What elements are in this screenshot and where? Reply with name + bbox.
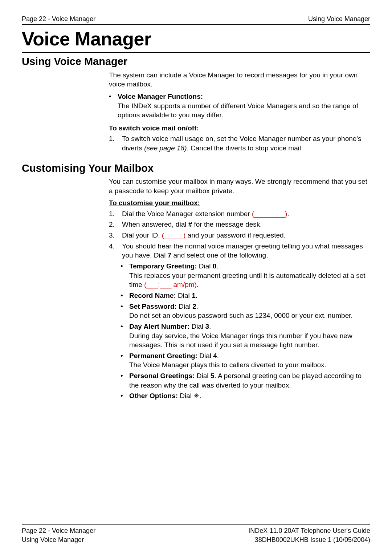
switch-heading: To switch voice mail on/off: xyxy=(109,123,370,133)
option-day-alert: • Day Alert Number: Dial 3. During day s… xyxy=(121,322,370,350)
t2a: When answered, dial xyxy=(122,220,188,228)
opt-dial: Dial xyxy=(195,372,211,380)
section-heading-using: Using Voice Manager xyxy=(22,54,370,69)
document-page: Page 22 - Voice Manager Using Voice Mana… xyxy=(0,0,392,555)
t1c: . xyxy=(287,210,289,218)
opt-dial: Dial xyxy=(197,262,213,270)
custom-step-4: 4. You should hear the normal voice mana… xyxy=(109,242,370,402)
opt-label: Temporary Greeting: xyxy=(129,262,197,270)
footer-left: Page 22 - Voice Manager Using Voice Mana… xyxy=(22,526,95,544)
t1a: Dial the Voice Manager extension number xyxy=(122,210,252,218)
opt-dial: Dial xyxy=(176,292,192,299)
opt-num: 4 xyxy=(213,352,217,360)
footer-right-1: INDeX 11.0 20AT Telephone User's Guide xyxy=(248,526,370,535)
page-header: Page 22 - Voice Manager Using Voice Mana… xyxy=(22,15,370,25)
t2b: # xyxy=(188,220,192,228)
functions-label: Voice Manager Functions: xyxy=(118,93,203,100)
switch-list: 1. To switch voice mail usage on, set th… xyxy=(109,134,370,153)
step-text: When answered, dial # for the message de… xyxy=(122,220,370,229)
step-number: 3. xyxy=(109,231,122,240)
header-left: Page 22 - Voice Manager xyxy=(22,15,95,23)
bullet-icon: • xyxy=(121,371,129,390)
title-rule xyxy=(22,52,370,53)
opt-period: . xyxy=(196,292,197,299)
opt-text: Do not set an obvious password such as 1… xyxy=(129,312,353,319)
option-other: • Other Options: Dial ✳. xyxy=(121,391,370,401)
opt-label: Record Name: xyxy=(129,292,176,299)
footer-rule xyxy=(22,524,370,525)
section-heading-customising: Customising Your Mailbox xyxy=(22,161,370,175)
bullet-icon: • xyxy=(121,351,129,370)
switch-step-1: 1. To switch voice mail usage on, set th… xyxy=(109,134,370,153)
bullet-icon: • xyxy=(109,92,118,120)
intro-paragraph: The system can include a Voice Manager t… xyxy=(109,70,370,89)
opt-dial: Dial xyxy=(197,352,213,360)
opt-text: The Voice Manager plays this to callers … xyxy=(129,361,326,369)
opt-period: . xyxy=(196,303,198,310)
t3c: and your password if requested. xyxy=(185,231,286,239)
option-set-password: • Set Password: Dial 2. Do not set an ob… xyxy=(121,302,370,320)
opt-period: . xyxy=(216,262,218,270)
section-body-using: The system can include a Voice Manager t… xyxy=(109,70,370,153)
opt-period: . xyxy=(217,352,219,360)
custom-step-3: 3. Dial your ID. (_____) and your passwo… xyxy=(109,231,370,240)
step-number: 1. xyxy=(109,134,122,153)
bullet-icon: • xyxy=(121,302,129,320)
option-permanent-greeting: • Permanent Greeting: Dial 4. The Voice … xyxy=(121,351,370,370)
step-number: 2. xyxy=(109,220,122,229)
header-right: Using Voice Manager xyxy=(308,15,370,23)
functions-content: Voice Manager Functions: The INDeX suppo… xyxy=(118,92,370,120)
opt-num: ✳ xyxy=(193,392,199,400)
step-text: Dial the Voice Manager extension number … xyxy=(122,209,370,219)
opt-dial: Dial xyxy=(178,392,193,400)
opt-text-c: . xyxy=(197,281,199,288)
footer-left-2: Using Voice Manager xyxy=(22,535,95,544)
bullet-icon: • xyxy=(121,291,129,300)
footer-right-2: 38DHB0002UKHB Issue 1 (10/05/2004) xyxy=(248,535,370,544)
step-text: To switch voice mail usage on, set the V… xyxy=(122,134,370,153)
footer-row: Page 22 - Voice Manager Using Voice Mana… xyxy=(22,526,370,544)
t4b: 7 xyxy=(168,251,172,259)
functions-bullet: • Voice Manager Functions: The INDeX sup… xyxy=(109,92,370,120)
option-temporary-greeting: • Temporary Greeting: Dial 0. This repla… xyxy=(121,262,370,289)
text-post: . Cancel the diverts to stop voice mail. xyxy=(187,144,303,152)
opt-text-b: (___:___ am/pm) xyxy=(144,281,197,288)
custom-step-1: 1. Dial the Voice Manager extension numb… xyxy=(109,209,370,219)
opt-num: 1 xyxy=(192,292,196,299)
option-personal-greetings: • Personal Greetings: Dial 5. A personal… xyxy=(121,371,370,390)
opt-label: Permanent Greeting: xyxy=(129,352,197,360)
functions-text: The INDeX supports a number of different… xyxy=(118,102,358,119)
bullet-icon: • xyxy=(121,322,129,350)
opt-num: 2 xyxy=(192,303,196,310)
section-divider xyxy=(22,159,370,159)
opt-num: 0 xyxy=(213,262,217,270)
opt-num: 3 xyxy=(205,323,209,330)
opt-dial: Dial xyxy=(177,303,192,310)
bullet-icon: • xyxy=(121,262,129,289)
custom-step-2: 2. When answered, dial # for the message… xyxy=(109,220,370,229)
option-record-name: • Record Name: Dial 1. xyxy=(121,291,370,300)
opt-dial: Dial xyxy=(189,323,205,330)
opt-period: . xyxy=(209,323,211,330)
t2c: for the message desk. xyxy=(192,220,262,228)
step-text: Dial your ID. (_____) and your password … xyxy=(122,231,370,240)
t3a: Dial your ID. xyxy=(122,231,162,239)
footer-right: INDeX 11.0 20AT Telephone User's Guide 3… xyxy=(248,526,370,544)
opt-label: Personal Greetings: xyxy=(129,372,195,380)
text-italic: (see page 18) xyxy=(144,144,187,152)
options-list: • Temporary Greeting: Dial 0. This repla… xyxy=(122,262,370,401)
opt-label: Day Alert Number: xyxy=(129,323,189,330)
t4c: and select one of the following. xyxy=(171,251,268,259)
t3b: (_____) xyxy=(162,231,186,239)
custom-heading: To customise your mailbox: xyxy=(109,198,370,208)
bullet-icon: • xyxy=(121,391,129,401)
page-footer: Page 22 - Voice Manager Using Voice Mana… xyxy=(22,524,370,544)
step-number: 1. xyxy=(109,209,122,219)
custom-steps: 1. Dial the Voice Manager extension numb… xyxy=(109,209,370,402)
t1b: (________) xyxy=(252,210,287,218)
opt-num: 5 xyxy=(211,372,215,380)
step-number: 4. xyxy=(109,242,122,402)
custom-intro: You can customise your mailbox in many w… xyxy=(109,177,370,195)
opt-period: . xyxy=(199,392,201,400)
footer-left-1: Page 22 - Voice Manager xyxy=(22,526,95,535)
